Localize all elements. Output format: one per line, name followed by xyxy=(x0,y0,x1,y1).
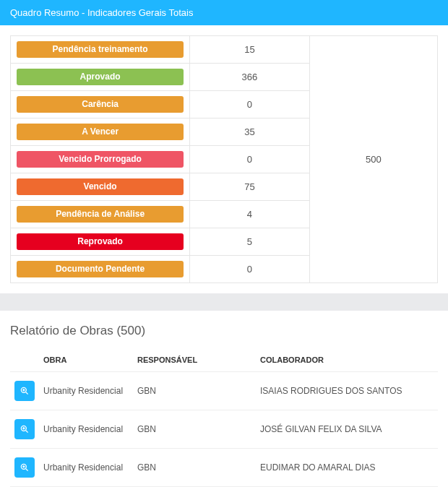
indicator-label-cell: Carência xyxy=(11,91,190,118)
indicator-label-cell: Reprovado xyxy=(11,228,190,256)
table-row: Urbanity ResidencialGBNJOSÉ GILVAN FELIX… xyxy=(10,410,438,449)
row-action-cell xyxy=(10,449,39,487)
col-action xyxy=(10,348,39,372)
indicator-value: 4 xyxy=(190,201,309,228)
col-colaborador: COLABORADOR xyxy=(256,348,438,372)
svg-line-9 xyxy=(26,469,28,471)
indicator-pill: Pendência treinamento xyxy=(17,41,184,57)
cell-colaborador: JOSÉ GILVAN FELIX DA SILVA xyxy=(256,410,438,449)
panel-body: Pendência treinamento15500Aprovado366Car… xyxy=(0,25,448,293)
indicator-pill: A Vencer xyxy=(17,124,184,139)
zoom-in-icon[interactable] xyxy=(14,419,35,439)
indicator-pill: Pendência de Análise xyxy=(17,206,184,222)
indicator-row: Pendência treinamento15500 xyxy=(11,36,438,64)
cell-responsavel: GBN xyxy=(133,372,256,410)
indicator-value: 75 xyxy=(190,173,309,201)
summary-panel: Quadro Resumo - Indicadores Gerais Totai… xyxy=(0,0,448,293)
zoom-in-icon[interactable] xyxy=(14,381,35,401)
indicator-pill: Aprovado xyxy=(17,69,184,85)
report-section: Relatório de Obras (500) OBRA RESPONSÁVE… xyxy=(0,311,448,487)
indicator-label-cell: Vencido xyxy=(11,173,190,201)
indicator-pill: Vencido xyxy=(17,178,184,194)
indicator-value: 35 xyxy=(190,118,309,146)
indicator-total: 500 xyxy=(309,36,437,283)
indicator-label-cell: Pendência treinamento xyxy=(11,36,190,64)
indicator-pill: Carência xyxy=(17,96,184,112)
cell-responsavel: GBN xyxy=(133,449,256,487)
indicator-value: 366 xyxy=(190,64,309,91)
indicator-value: 15 xyxy=(190,36,309,64)
svg-line-1 xyxy=(26,392,28,395)
indicator-pill: Reprovado xyxy=(17,233,184,249)
row-action-cell xyxy=(10,372,39,410)
indicator-pill: Vencido Prorrogado xyxy=(17,151,184,167)
indicator-label-cell: Vencido Prorrogado xyxy=(11,146,190,173)
col-responsavel: RESPONSÁVEL xyxy=(133,348,256,372)
indicator-value: 0 xyxy=(190,256,309,283)
indicators-table: Pendência treinamento15500Aprovado366Car… xyxy=(10,35,438,283)
indicator-label-cell: Pendência de Análise xyxy=(11,201,190,228)
indicator-label-cell: A Vencer xyxy=(11,118,190,146)
zoom-in-icon[interactable] xyxy=(14,457,35,478)
row-action-cell xyxy=(10,410,39,449)
indicator-value: 0 xyxy=(190,91,309,118)
indicator-label-cell: Aprovado xyxy=(11,64,190,91)
svg-line-5 xyxy=(26,431,28,433)
cell-colaborador: ISAIAS RODRIGUES DOS SANTOS xyxy=(256,372,438,410)
panel-title: Quadro Resumo - Indicadores Gerais Totai… xyxy=(0,0,448,25)
cell-obra: Urbanity Residencial xyxy=(39,449,133,487)
indicator-value: 5 xyxy=(190,228,309,256)
indicator-label-cell: Documento Pendente xyxy=(11,256,190,283)
report-title: Relatório de Obras (500) xyxy=(10,324,438,338)
table-row: Urbanity ResidencialGBNISAIAS RODRIGUES … xyxy=(10,372,438,410)
indicator-pill: Documento Pendente xyxy=(17,261,184,277)
cell-colaborador: EUDIMAR DO AMARAL DIAS xyxy=(256,449,438,487)
cell-obra: Urbanity Residencial xyxy=(39,410,133,449)
col-obra: OBRA xyxy=(39,348,133,372)
table-row: Urbanity ResidencialGBNEUDIMAR DO AMARAL… xyxy=(10,449,438,487)
cell-responsavel: GBN xyxy=(133,410,256,449)
report-table: OBRA RESPONSÁVEL COLABORADOR Urbanity Re… xyxy=(10,348,438,487)
indicator-value: 0 xyxy=(190,146,309,173)
cell-obra: Urbanity Residencial xyxy=(39,372,133,410)
